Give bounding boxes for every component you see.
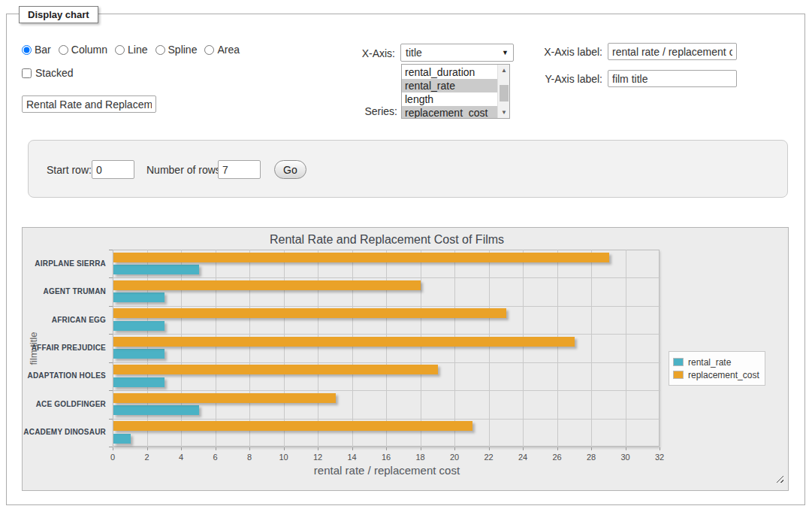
legend-swatch-rental_rate xyxy=(673,358,684,366)
legend-label: rental_rate xyxy=(688,357,731,368)
x-tick-label: 4 xyxy=(168,453,194,462)
x-tick-mark xyxy=(660,447,660,450)
gridline-horizontal xyxy=(113,419,660,420)
scrollbar-thumb[interactable] xyxy=(500,85,509,101)
x-tick-label: 0 xyxy=(100,453,125,462)
gridline-horizontal xyxy=(113,362,660,363)
y-tick-mark xyxy=(109,277,113,278)
x-axis-label-label: X-Axis label: xyxy=(488,46,602,58)
chart-type-radio-line[interactable] xyxy=(115,45,125,55)
bar-rental_rate xyxy=(113,292,165,302)
chart-type-spline[interactable]: Spline xyxy=(155,44,198,56)
chart-x-axis-title: rental rate / replacement cost xyxy=(113,464,660,477)
resize-grip-icon[interactable] xyxy=(774,474,783,483)
chart-title: Rental Rate and Replacement Cost of Film… xyxy=(113,233,660,247)
category-label: AFRICAN EGG xyxy=(23,316,106,324)
chart-type-label: Line xyxy=(128,44,147,56)
y-tick-mark xyxy=(109,250,113,250)
x-tick-mark xyxy=(489,447,490,450)
y-tick-mark xyxy=(109,306,113,307)
x-tick-label: 12 xyxy=(305,453,331,462)
y-axis-label-input[interactable] xyxy=(608,70,737,87)
x-tick-mark xyxy=(421,447,421,450)
x-tick-label: 6 xyxy=(203,453,228,462)
x-tick-label: 8 xyxy=(237,453,262,462)
category-label: AIRPLANE SIERRA xyxy=(23,259,106,268)
bar-rental_rate xyxy=(113,321,165,331)
series-option-length[interactable]: length xyxy=(402,92,497,106)
stacked-checkbox[interactable] xyxy=(22,68,32,78)
number-of-rows-input[interactable] xyxy=(218,160,261,179)
gridline-horizontal xyxy=(113,277,660,278)
gridline-vertical xyxy=(147,250,148,447)
chart-type-line[interactable]: Line xyxy=(115,44,147,56)
x-tick-mark xyxy=(181,447,182,450)
gridline-vertical xyxy=(318,250,318,447)
stacked-option[interactable]: Stacked xyxy=(22,67,74,79)
bar-rental_rate xyxy=(113,349,165,359)
x-tick-mark xyxy=(386,447,387,450)
start-row-label: Start row: xyxy=(47,164,92,176)
bar-replacement_cost xyxy=(113,337,575,347)
bar-replacement_cost xyxy=(113,253,609,262)
chart-title-input[interactable] xyxy=(22,95,156,113)
bar-rental_rate xyxy=(113,405,199,415)
gridline-horizontal xyxy=(113,306,660,307)
category-label: AGENT TRUMAN xyxy=(23,287,106,295)
x-axis-label-input[interactable] xyxy=(608,43,737,60)
chart-type-bar[interactable]: Bar xyxy=(22,44,51,56)
series-options: rental_durationrental_ratelengthreplacem… xyxy=(402,65,497,119)
chart-type-radio-area[interactable] xyxy=(204,45,214,55)
x-tick-label: 28 xyxy=(578,453,604,462)
go-button[interactable]: Go xyxy=(274,160,306,179)
gridline-vertical xyxy=(454,250,455,447)
category-label: ACE GOLDFINGER xyxy=(23,400,106,408)
x-tick-label: 24 xyxy=(510,453,536,462)
stacked-label: Stacked xyxy=(35,67,74,79)
legend-row: replacement_cost xyxy=(673,368,759,381)
scroll-down-icon[interactable]: ▼ xyxy=(498,107,510,118)
gridline-vertical xyxy=(523,250,524,447)
category-label: AFFAIR PREJUDICE xyxy=(23,344,106,352)
chart-type-label: Column xyxy=(71,44,107,56)
x-axis-select-label: X-Axis: xyxy=(316,47,395,59)
chart-container: Rental Rate and Replacement Cost of Film… xyxy=(22,227,789,491)
gridline-vertical xyxy=(386,250,387,447)
chart-type-radio-group: BarColumnLineSplineArea xyxy=(22,44,240,56)
x-tick-label: 18 xyxy=(408,453,433,462)
gridline-vertical xyxy=(216,250,216,447)
bar-rental_rate xyxy=(113,377,165,387)
series-option-rental_duration[interactable]: rental_duration xyxy=(402,65,497,79)
chart-type-column[interactable]: Column xyxy=(59,44,107,56)
x-tick-label: 26 xyxy=(545,453,570,462)
series-option-replacement_cost[interactable]: replacement_cost xyxy=(402,106,497,119)
legend-row: rental_rate xyxy=(673,356,759,368)
gridline-vertical xyxy=(352,250,353,447)
chart-type-area[interactable]: Area xyxy=(204,44,240,56)
bar-replacement_cost xyxy=(113,393,336,403)
x-tick-mark xyxy=(591,447,592,450)
chart-type-radio-column[interactable] xyxy=(59,45,68,55)
x-tick-label: 10 xyxy=(271,453,297,462)
series-listbox[interactable]: rental_durationrental_ratelengthreplacem… xyxy=(401,64,510,119)
x-tick-mark xyxy=(113,447,113,450)
bar-replacement_cost xyxy=(113,421,472,431)
category-label: ADAPTATION HOLES xyxy=(23,371,106,380)
page: Display chart BarColumnLineSplineArea St… xyxy=(0,0,812,512)
series-label: Series: xyxy=(318,105,397,117)
bar-rental_rate xyxy=(113,265,199,274)
gridline-vertical xyxy=(489,250,490,447)
start-row-input[interactable] xyxy=(92,160,134,179)
x-tick-mark xyxy=(454,447,455,450)
number-of-rows-label: Number of rows: xyxy=(146,164,224,176)
chart-type-radio-bar[interactable] xyxy=(22,45,32,55)
chart-type-radio-spline[interactable] xyxy=(155,45,165,55)
x-tick-mark xyxy=(523,447,524,450)
bar-replacement_cost xyxy=(113,308,506,318)
gridline-vertical xyxy=(249,250,250,447)
x-tick-label: 16 xyxy=(373,453,399,462)
bar-replacement_cost xyxy=(113,280,421,290)
series-option-rental_rate[interactable]: rental_rate xyxy=(402,79,497,92)
x-tick-label: 2 xyxy=(134,453,160,462)
gridline-vertical xyxy=(557,250,558,447)
